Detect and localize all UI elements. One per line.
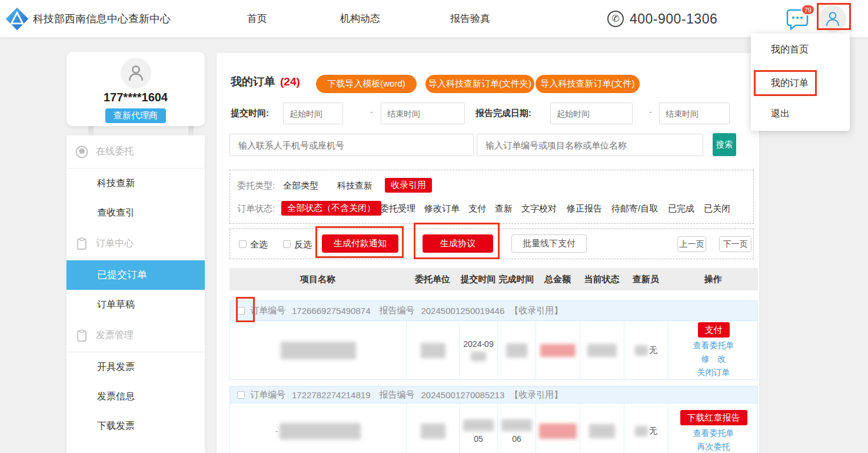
status-revise[interactable]: 修正报告 xyxy=(567,203,602,214)
status-accepted[interactable]: 委托受理 xyxy=(380,203,415,214)
prev-page-button[interactable]: 上一页 xyxy=(677,236,706,252)
sidebar-section-online[interactable]: 在线委托 xyxy=(66,135,205,168)
redacted-researcher xyxy=(635,426,648,437)
user-account-button[interactable] xyxy=(819,5,846,32)
clipboard-icon xyxy=(75,237,88,250)
status-searching[interactable]: 查新 xyxy=(495,203,513,214)
redacted-date xyxy=(463,419,494,431)
brand-title: 科技部西南信息中心查新中心 xyxy=(33,0,171,38)
page-title: 我的订单(24) xyxy=(231,74,300,90)
download-stamped-report-button[interactable]: 下载红章报告 xyxy=(680,410,747,425)
table-header-row: 项目名称 委托单位 提交时间 完成时间 总金额 当前状态 查新员 操作 xyxy=(230,268,758,290)
hotline: ✆ 400-900-1306 xyxy=(607,0,717,38)
orders-panel: 我的订单(24) 下载导入模板(word) 导入科技查新订单(文件夹) 导入科技… xyxy=(217,53,759,453)
download-template-button[interactable]: 下载导入模板(word) xyxy=(316,75,417,93)
clipboard-icon xyxy=(75,329,88,342)
col-status: 当前状态 xyxy=(580,268,624,290)
order-group-header: 订单编号1726669275490874 报告编号202450012500194… xyxy=(230,300,758,321)
avatar-person-icon xyxy=(128,64,144,82)
submit-time-fragment: 2024-09 xyxy=(463,339,493,349)
redacted-date xyxy=(471,352,486,361)
agent-role-badge[interactable]: 查新代理商 xyxy=(105,108,166,123)
filter-box: 委托类型: 全部类型 科技查新 收录引用 订单状态: 全部状态（不含关闭） 委托… xyxy=(230,170,754,224)
nav-home[interactable]: 首页 xyxy=(247,0,267,38)
avatar xyxy=(121,58,151,88)
menu-item-my-home[interactable]: 我的首页 xyxy=(771,44,809,56)
status-finished[interactable]: 已完成 xyxy=(668,203,694,214)
sidebar-item-order-drafts[interactable]: 订单草稿 xyxy=(66,290,205,319)
next-page-button[interactable]: 下一页 xyxy=(719,236,751,252)
type-citation-active[interactable]: 收录引用 xyxy=(385,178,432,193)
sidebar-section-invoice[interactable]: 发票管理 xyxy=(66,319,205,352)
status-all-active[interactable]: 全部状态（不含关闭） xyxy=(281,201,381,216)
redacted-status xyxy=(589,424,615,438)
search-button[interactable]: 搜索 xyxy=(713,133,736,156)
order-status-label: 订单状态: xyxy=(237,203,275,214)
import-orders-folder-button[interactable]: 导入科技查新订单(文件夹) xyxy=(425,75,534,93)
nav-report-verify[interactable]: 报告验真 xyxy=(450,0,490,38)
batch-action-box: 全选 反选 生成付款通知 生成协议 批量线下支付 上一页 下一页 xyxy=(230,229,754,259)
type-all[interactable]: 全部类型 xyxy=(283,180,318,191)
col-amount: 总金额 xyxy=(536,268,580,290)
online-entrust-icon xyxy=(75,146,88,158)
redacted-client xyxy=(421,343,445,358)
sidebar-item-submitted-orders[interactable]: 已提交订单 xyxy=(66,260,205,290)
re-entrust-link[interactable]: 再次委托 xyxy=(697,442,730,452)
contact-search-input[interactable] xyxy=(230,134,474,156)
hotline-number: 400-900-1306 xyxy=(630,11,717,27)
user-icon xyxy=(825,11,840,27)
researcher-value: 无 xyxy=(649,426,657,437)
menu-item-my-orders[interactable]: 我的订单 xyxy=(771,77,809,90)
menu-item-logout[interactable]: 退出 xyxy=(771,108,790,120)
generate-payment-notice-button[interactable]: 生成付款通知 xyxy=(322,234,398,253)
order-search-input[interactable] xyxy=(477,134,703,156)
col-project: 项目名称 xyxy=(230,268,406,290)
submit-end-input[interactable] xyxy=(381,102,465,124)
select-all-checkbox[interactable] xyxy=(239,240,247,248)
sidebar-item-download-invoice[interactable]: 下载发票 xyxy=(66,411,205,441)
redacted-project-name xyxy=(280,423,361,439)
masked-phone: 177****1604 xyxy=(66,91,205,104)
redacted-researcher xyxy=(635,345,648,356)
redacted-date xyxy=(506,343,527,358)
order-group-header: 订单编号1722782274214819 报告编号202450012700852… xyxy=(230,386,758,404)
col-client: 委托单位 xyxy=(406,268,459,290)
row-checkbox[interactable] xyxy=(237,391,245,399)
redacted-amount xyxy=(539,424,577,439)
invert-select-checkbox[interactable] xyxy=(283,240,291,248)
sidebar-item-scitech-novelty[interactable]: 科技查新 xyxy=(66,168,205,198)
profile-card: 177****1604 查新代理商 xyxy=(66,52,205,126)
batch-offline-pay-button[interactable]: 批量线下支付 xyxy=(511,234,587,253)
report-end-input[interactable] xyxy=(659,102,730,124)
status-proofread[interactable]: 文字校对 xyxy=(521,203,557,214)
submit-time-fragment: 05 xyxy=(474,434,483,444)
modify-link[interactable]: 修 改 xyxy=(701,354,726,365)
order-no-label: 订单编号 xyxy=(250,305,285,316)
report-start-input[interactable] xyxy=(550,102,633,124)
status-modify[interactable]: 修改订单 xyxy=(424,203,460,214)
report-no-label: 报告编号 xyxy=(379,305,414,316)
view-entrust-link[interactable]: 查看委托单 xyxy=(693,340,734,351)
status-closed[interactable]: 已关闭 xyxy=(704,203,730,214)
submit-start-input[interactable] xyxy=(283,102,343,124)
messages-button[interactable]: 79 xyxy=(786,6,810,31)
col-submit-time: 提交时间 xyxy=(459,268,497,290)
sidebar-item-invoice-info[interactable]: 发票信息 xyxy=(66,382,205,411)
nav-agency-news[interactable]: 机构动态 xyxy=(340,0,380,38)
row-checkbox[interactable] xyxy=(237,307,245,315)
sidebar-section-order-center[interactable]: 订单中心 xyxy=(66,227,205,260)
redacted-date xyxy=(501,419,532,431)
status-mail-pickup[interactable]: 待邮寄/自取 xyxy=(611,203,658,214)
type-scitech[interactable]: 科技查新 xyxy=(337,180,373,191)
sidebar-section-label: 发票管理 xyxy=(96,329,134,342)
redacted-client xyxy=(421,424,445,439)
generate-agreement-button[interactable]: 生成协议 xyxy=(423,234,493,253)
sidebar-item-citation-search[interactable]: 查收查引 xyxy=(66,198,205,227)
pay-button[interactable]: 支付 xyxy=(698,322,730,338)
sidebar-section-label: 在线委托 xyxy=(96,146,134,158)
close-order-link[interactable]: 关闭订单 xyxy=(697,368,730,378)
sidebar-item-issue-invoice[interactable]: 开具发票 xyxy=(66,352,205,382)
status-pay[interactable]: 支付 xyxy=(468,203,486,214)
import-orders-file-button[interactable]: 导入科技查新订单(文件) xyxy=(536,75,640,93)
view-entrust-link[interactable]: 查看委托单 xyxy=(693,428,734,439)
